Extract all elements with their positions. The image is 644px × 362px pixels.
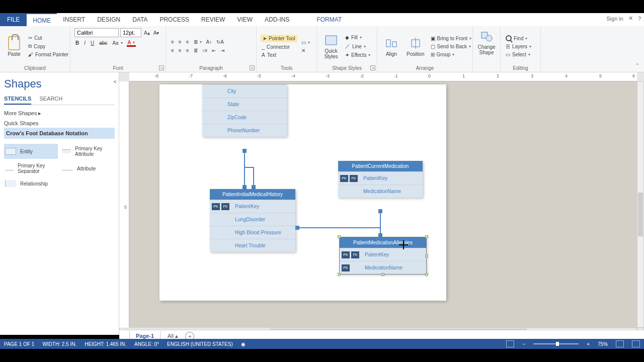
tab-process[interactable]: PROCESS bbox=[153, 13, 195, 26]
more-shapes-button[interactable]: More Shapes ▸ bbox=[4, 110, 115, 117]
tab-design[interactable]: DESIGN bbox=[91, 13, 126, 26]
selection-handle[interactable] bbox=[381, 273, 384, 276]
pointer-tool-button[interactable]: ➤ Pointer Tool bbox=[261, 35, 297, 42]
tab-addins[interactable]: ADD-INS bbox=[259, 13, 295, 26]
rectangle-tool-button[interactable]: ▭▾ bbox=[300, 39, 311, 46]
tab-review[interactable]: REVIEW bbox=[195, 13, 231, 26]
shape-relationship[interactable]: Relationship bbox=[4, 178, 58, 189]
shape-styles-dialog-launcher[interactable]: ↘ bbox=[370, 65, 375, 70]
selection-handle[interactable] bbox=[425, 235, 428, 238]
fit-page-button[interactable] bbox=[616, 340, 624, 347]
collapse-ribbon-button[interactable]: ˄ bbox=[634, 63, 641, 70]
shape-pk-attribute[interactable]: Primary Key Attribute bbox=[61, 144, 115, 159]
connector-line[interactable] bbox=[295, 227, 381, 228]
grow-font-button[interactable]: A▴ bbox=[143, 30, 151, 36]
connector-line[interactable] bbox=[244, 149, 245, 189]
entity-patient-hist[interactable]: PatientInitialMedicalHistory PKFKPatient… bbox=[210, 189, 295, 252]
justify-button[interactable]: ≣ bbox=[193, 47, 199, 54]
zoom-out-button[interactable]: − bbox=[522, 341, 525, 347]
case-button[interactable]: Aa▾ bbox=[111, 40, 123, 46]
full-screen-button[interactable] bbox=[632, 340, 640, 347]
status-lang[interactable]: ENGLISH (UNITED STATES) bbox=[167, 341, 233, 347]
selection-handle[interactable] bbox=[425, 254, 428, 257]
presentation-view-button[interactable] bbox=[506, 340, 514, 347]
paste-button[interactable]: Paste bbox=[4, 28, 24, 64]
line-spacing-button[interactable]: ↕≡ bbox=[201, 47, 209, 54]
font-dialog-launcher[interactable]: ↘ bbox=[159, 65, 164, 70]
drawing-canvas[interactable]: City State ZipCode PhoneNumber PatientIn… bbox=[129, 81, 637, 328]
group-button[interactable]: ⊞ Group▾ bbox=[430, 51, 473, 58]
panel-collapse-button[interactable]: < bbox=[114, 78, 117, 84]
signin-link[interactable]: Sign in bbox=[606, 16, 623, 22]
selection-handle[interactable] bbox=[338, 235, 341, 238]
select-button[interactable]: ▭ Select▾ bbox=[505, 51, 536, 58]
tab-insert[interactable]: INSERT bbox=[57, 13, 91, 26]
connector-line[interactable] bbox=[244, 167, 253, 168]
send-back-button[interactable]: ▢ Send to Back ▾ bbox=[430, 43, 473, 50]
drawing-page[interactable]: City State ZipCode PhoneNumber PatientIn… bbox=[159, 84, 446, 301]
entity-patient-allergy[interactable]: PatientMedicationAllergies PKFKPatientKe… bbox=[340, 237, 426, 274]
zoom-level[interactable]: 75% bbox=[598, 341, 608, 347]
text-direction-button[interactable]: A↕ bbox=[205, 39, 213, 45]
connector-tool-button[interactable]: ⎯ Connector bbox=[261, 44, 297, 50]
inc-indent-button[interactable]: ⇥ bbox=[219, 47, 225, 54]
attr-label: High Blood Pressure bbox=[232, 227, 284, 238]
find-button[interactable]: Find▾ bbox=[505, 35, 536, 42]
align-left-button[interactable]: ≡ bbox=[170, 47, 175, 54]
bold-button[interactable]: B bbox=[74, 40, 80, 46]
format-painter-button[interactable]: 🖌 Format Painter bbox=[27, 51, 69, 58]
selection-handle[interactable] bbox=[425, 273, 428, 276]
text-tool-button[interactable]: A Text bbox=[261, 52, 297, 58]
align-button[interactable]: Align bbox=[381, 28, 401, 64]
zoom-in-button[interactable]: + bbox=[587, 341, 590, 347]
stencil-crows-foot[interactable]: Crow's Foot Database Notation bbox=[4, 128, 115, 139]
delete-tool-button[interactable]: ✕ bbox=[300, 47, 311, 54]
font-size-combo[interactable] bbox=[120, 28, 141, 37]
align-bottom-button[interactable]: ≡ bbox=[185, 39, 190, 45]
font-name-combo[interactable] bbox=[74, 28, 119, 37]
paragraph-dialog-launcher[interactable]: ↘ bbox=[250, 65, 255, 70]
cut-button[interactable]: ✂ Cut bbox=[27, 35, 69, 41]
strike-button[interactable]: abc bbox=[98, 40, 108, 46]
shape-pk-separator[interactable]: Primary Key Separator bbox=[4, 161, 58, 176]
tab-data[interactable]: DATA bbox=[126, 13, 153, 26]
entity-patient-address[interactable]: City State ZipCode PhoneNumber bbox=[202, 84, 287, 137]
align-middle-button[interactable]: ≡ bbox=[178, 39, 183, 45]
vertical-scrollbar[interactable] bbox=[637, 81, 644, 328]
macro-record-icon[interactable]: ◉ bbox=[241, 341, 246, 347]
change-shape-button[interactable]: Change Shape bbox=[477, 28, 496, 56]
ruler-horizontal: -8 -7 -6 -5 -4 -3 -2 -1 0 1 2 3 4 5 6 bbox=[129, 72, 637, 81]
copy-button[interactable]: ⧉ Copy bbox=[27, 43, 69, 50]
effects-button[interactable]: ✦ Effects▾ bbox=[344, 52, 371, 58]
search-tab[interactable]: SEARCH bbox=[39, 94, 62, 105]
bring-front-button[interactable]: ▣ Bring to Front ▾ bbox=[430, 35, 473, 42]
quick-styles-button[interactable]: Quick Styles bbox=[321, 28, 341, 64]
shrink-font-button[interactable]: A▾ bbox=[152, 30, 160, 36]
tab-file[interactable]: FILE bbox=[0, 13, 27, 26]
italic-button[interactable]: I bbox=[83, 40, 87, 46]
align-right-button[interactable]: ≡ bbox=[185, 47, 190, 54]
fill-button[interactable]: ◆ Fill▾ bbox=[344, 34, 371, 41]
zoom-slider[interactable] bbox=[533, 343, 579, 344]
shape-entity[interactable]: Entity bbox=[4, 144, 58, 159]
tab-view[interactable]: VIEW bbox=[231, 13, 259, 26]
stencils-tab[interactable]: STENCILS bbox=[4, 94, 31, 105]
line-button[interactable]: ／ Line▾ bbox=[344, 42, 371, 50]
bullets-button[interactable]: ≣▾ bbox=[193, 39, 203, 45]
font-color-button[interactable]: A▾ bbox=[127, 39, 136, 47]
entity-patient-med[interactable]: PatientCurrentMedication PKFKPatientKey … bbox=[338, 161, 423, 198]
dec-indent-button[interactable]: ⇤ bbox=[211, 47, 217, 54]
shape-attribute[interactable]: Attribute bbox=[61, 161, 115, 176]
selection-handle[interactable] bbox=[338, 273, 341, 276]
tab-format[interactable]: FORMAT bbox=[310, 13, 348, 26]
close-icon[interactable]: ✕ bbox=[628, 15, 633, 22]
help-icon[interactable]: ? bbox=[638, 16, 641, 22]
position-button[interactable]: Position bbox=[405, 28, 427, 64]
align-center-button[interactable]: ≡ bbox=[178, 47, 183, 54]
layers-button[interactable]: ☰ Layers▾ bbox=[505, 43, 536, 50]
align-top-button[interactable]: ≡ bbox=[170, 39, 175, 45]
tab-home[interactable]: HOME bbox=[27, 13, 57, 26]
underline-button[interactable]: U bbox=[90, 40, 95, 46]
quick-shapes-item[interactable]: Quick Shapes bbox=[4, 119, 115, 128]
rotate-text-button[interactable]: ↻A bbox=[215, 39, 225, 45]
